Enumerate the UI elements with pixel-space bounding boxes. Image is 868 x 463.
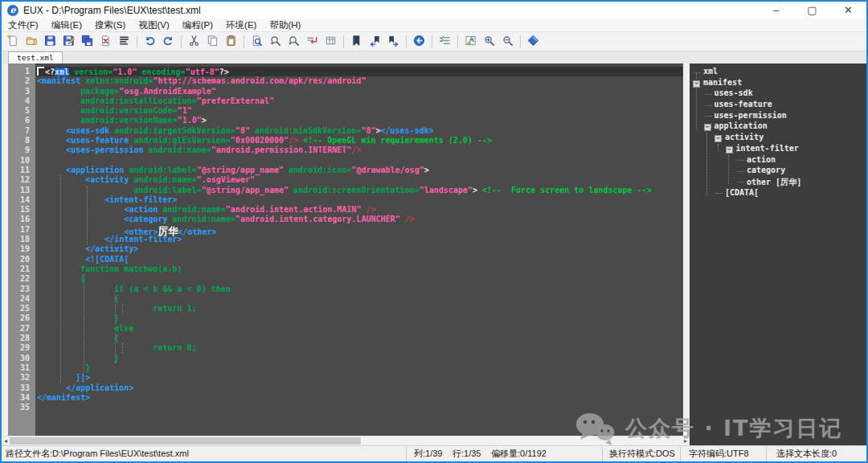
status-bar: 路径文件名:D:\Program Files\EUX\test\test.xml… xyxy=(2,445,866,461)
code-line-15[interactable]: <action android:name="android.intent.act… xyxy=(35,205,683,215)
code-line-13[interactable]: android:label="@string/app_name" android… xyxy=(35,186,683,195)
save-file-button[interactable] xyxy=(42,34,59,50)
code-line-1[interactable]: <?xml version="1.0" encoding="utf-8"?> xyxy=(35,67,683,76)
tree-item-activity[interactable]: −activity xyxy=(690,133,866,144)
open-file-button[interactable] xyxy=(23,34,40,50)
find-previous-button[interactable] xyxy=(267,34,284,50)
code-line-10[interactable] xyxy=(35,156,683,166)
line-ending-button[interactable] xyxy=(116,34,133,50)
code-line-29[interactable]: return 0; xyxy=(35,343,683,353)
code-line-11[interactable]: <application android:label="@string/app_… xyxy=(35,166,683,175)
menu-item-f[interactable]: 文件(F) xyxy=(2,18,45,31)
menu-item-v[interactable]: 视图(V) xyxy=(132,18,175,31)
line-number: 30 xyxy=(8,354,35,363)
navigate-back-button[interactable] xyxy=(411,34,428,50)
copy-button[interactable] xyxy=(204,34,221,50)
find-next-button[interactable] xyxy=(285,34,302,50)
toggle-bookmark-button[interactable] xyxy=(348,34,365,50)
code-line-9[interactable]: <uses-permission android:name="android.p… xyxy=(35,145,683,155)
menu-item-e[interactable]: 编辑(E) xyxy=(45,18,88,31)
code-line-6[interactable]: android:versionName="1.0"> xyxy=(35,116,683,125)
code-line-23[interactable]: if (a < b && a < 0) then xyxy=(35,285,683,294)
tree-item-uses-permission[interactable]: uses-permission xyxy=(690,111,866,122)
code-line-20[interactable]: <![CDATA[ xyxy=(35,255,683,264)
menu-item-p[interactable]: 编程(P) xyxy=(176,18,219,31)
line-number: 15 xyxy=(8,205,35,215)
code-line-28[interactable]: { xyxy=(35,334,683,343)
grid-mode-icon xyxy=(325,35,337,49)
maximize-button[interactable]: ▢ xyxy=(794,2,830,18)
code-line-8[interactable]: <uses-feature android:glEsVersion="0x000… xyxy=(35,136,683,145)
code-line-2[interactable]: <manifest xmlns:android="http://schemas.… xyxy=(35,76,683,86)
code-line-18[interactable]: </intent-filter> xyxy=(35,235,683,244)
tree-item-intent-filter[interactable]: −intent-filter xyxy=(690,144,866,155)
code-line-14[interactable]: <intent-filter> xyxy=(35,195,683,205)
tree-item-uses-feature[interactable]: uses-feature xyxy=(690,100,866,111)
code-line-34[interactable]: </manifest> xyxy=(35,393,683,403)
code-line-24[interactable]: { xyxy=(35,294,683,304)
save-all-icon xyxy=(81,35,93,49)
save-all-button[interactable] xyxy=(79,34,96,50)
code-line-25[interactable]: return 1; xyxy=(35,304,683,313)
tree-item-application[interactable]: −application xyxy=(690,121,866,133)
new-file-button[interactable] xyxy=(5,34,22,50)
code-line-3[interactable]: package="osg.AndroidExample" xyxy=(35,87,683,96)
menu-item-s[interactable]: 搜索(S) xyxy=(88,18,132,31)
collapse-icon[interactable]: − xyxy=(714,135,722,142)
code-line-17[interactable]: <other>厉华</other> xyxy=(35,225,683,235)
code-line-7[interactable]: <uses-sdk android:targetSdkVersion="8" a… xyxy=(35,126,683,136)
find-button[interactable] xyxy=(248,34,265,50)
code-line-22[interactable]: { xyxy=(35,274,683,284)
paste-button[interactable] xyxy=(223,34,240,50)
collapse-icon[interactable]: − xyxy=(726,146,733,154)
navigate-back-icon xyxy=(413,35,425,49)
about-button[interactable] xyxy=(525,34,542,50)
grid-mode-button[interactable] xyxy=(322,34,339,50)
close-file-button[interactable] xyxy=(97,34,114,50)
cut-button[interactable] xyxy=(186,34,203,50)
menu-item-e[interactable]: 环境(E) xyxy=(219,18,263,31)
scrollbar-thumb[interactable] xyxy=(10,437,361,445)
code-line-30[interactable]: } xyxy=(35,354,683,363)
code-line-16[interactable]: <category android:name="android.intent.c… xyxy=(35,215,683,224)
code-line-12[interactable]: <activity android:name=".osgViewer" xyxy=(35,175,683,185)
scroll-left-arrow-icon[interactable]: ◂ xyxy=(2,436,10,445)
code-line-5[interactable]: android:versionCode="1" xyxy=(35,106,683,116)
previous-bookmark-button[interactable] xyxy=(366,34,383,50)
line-number: 3 xyxy=(8,87,35,96)
code-area[interactable]: <?xml version="1.0" encoding="utf-8"?><m… xyxy=(35,64,683,436)
code-line-26[interactable]: } xyxy=(35,313,683,323)
code-line-32[interactable]: ]]> xyxy=(35,373,683,383)
close-button[interactable]: ✕ xyxy=(830,2,866,18)
tree-item-uses-sdk[interactable]: uses-sdk xyxy=(690,88,866,100)
tree-item-manifest[interactable]: −manifest xyxy=(690,78,866,89)
tree-item-category[interactable]: category xyxy=(690,166,866,177)
status-line: 行:1/35 xyxy=(452,448,491,460)
menu-item-h[interactable]: 帮助(H) xyxy=(263,18,307,31)
tree-item-action[interactable]: action xyxy=(690,155,866,166)
save-as-button[interactable] xyxy=(60,34,77,50)
panel-divider[interactable] xyxy=(683,64,690,436)
tree-item-xml[interactable]: xml xyxy=(690,67,866,78)
code-line-31[interactable]: } xyxy=(35,363,683,373)
undo-button[interactable] xyxy=(141,34,158,50)
zoom-in-button[interactable] xyxy=(481,34,497,50)
list-settings-button[interactable] xyxy=(436,34,453,50)
code-line-19[interactable]: </activity> xyxy=(35,244,683,254)
tree-item-other[interactable]: other [厉华] xyxy=(690,177,866,188)
tree-item-cdata[interactable]: [CDATA[ xyxy=(690,188,866,199)
redo-button[interactable] xyxy=(160,34,177,50)
tab-test-xml[interactable]: test.xml xyxy=(8,51,63,64)
window-title: EUX - D:\Program Files\EUX\test\test.xml xyxy=(23,5,201,16)
zoom-out-button[interactable] xyxy=(499,34,516,50)
replace-button[interactable] xyxy=(304,34,321,50)
next-bookmark-button[interactable] xyxy=(385,34,402,50)
code-line-33[interactable]: </application> xyxy=(35,383,683,393)
code-line-4[interactable]: android:installLocation="preferExternal" xyxy=(35,96,683,106)
minimize-button[interactable]: – xyxy=(758,2,794,18)
highlight-syntax-button[interactable]: A xyxy=(462,34,479,50)
code-line-21[interactable]: function matchwo(a,b) xyxy=(35,264,683,274)
collapse-icon[interactable]: − xyxy=(693,80,700,88)
collapse-icon[interactable]: − xyxy=(704,124,711,131)
code-line-27[interactable]: else xyxy=(35,324,683,334)
